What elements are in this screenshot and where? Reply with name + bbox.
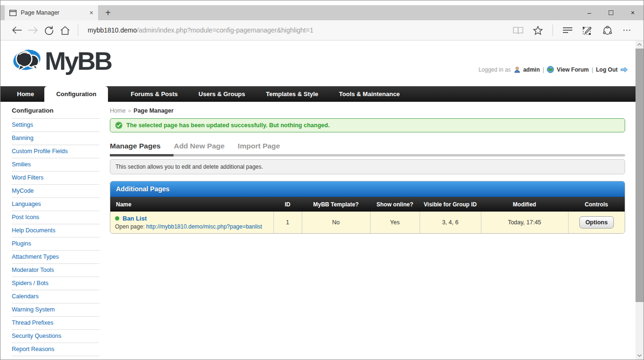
mybb-admin-site: MyBB Logged in as admin | View Forum | L… [0,41,636,360]
refresh-icon[interactable] [41,25,57,35]
table-title: Additional Pages [110,181,625,197]
address-bar[interactable]: mybb1810.demo/admin/index.php?module=con… [83,26,508,34]
breadcrumb-home-link[interactable]: Home [110,107,125,114]
sidebar-item-settings: Settings [12,119,99,132]
page-scrollbar[interactable] [636,41,644,360]
more-actions-icon[interactable]: ⋯ [617,25,637,35]
tab-close-icon[interactable]: × [90,9,93,16]
scrollbar-down-icon[interactable] [636,352,644,360]
share-icon[interactable] [597,26,617,35]
nav-tab-home[interactable]: Home [7,86,44,102]
log-out-arrow-icon [620,67,628,73]
account-bar: Logged in as admin | View Forum | Log Ou… [479,66,628,73]
column-header-visible-group: Visible for Group ID [420,197,481,212]
table-row: Ban List Open page: http://mybb1810.demo… [110,212,625,233]
nav-tab-users-groups[interactable]: Users & Groups [188,86,256,102]
breadcrumb: Home»Page Manager [110,107,625,114]
table-header-row: Name ID MyBB Template? Show online? Visi… [110,197,625,212]
toolbar-right-icons: ⋯ [508,25,637,36]
sidebar-item-plugins: Plugins [12,237,99,251]
sidebar-item-mycode: MyCode [12,185,99,198]
page-favicon-icon [9,10,17,16]
forward-icon [25,26,41,34]
site-header: MyBB Logged in as admin | View Forum | L… [0,41,636,86]
additional-pages-table: Additional Pages Name ID MyBB Template? [110,181,625,234]
tab-title: Page Manager [21,9,85,16]
nav-tab-templates-style[interactable]: Templates & Style [256,86,329,102]
open-page-label: Open page: [115,223,145,230]
minimize-button[interactable]: – [578,5,600,20]
sidebar-item-attachment-types: Attachment Types [12,251,99,264]
logo-text: MyBB [45,47,111,74]
account-separator: | [543,66,544,73]
favorites-star-icon[interactable] [528,26,548,35]
toolbar-divider [78,25,78,36]
home-icon[interactable] [57,26,73,35]
cell-mybb-template: No [302,212,370,233]
scrollbar-thumb[interactable] [636,49,644,302]
section-description: This section allows you to edit and dele… [110,159,625,174]
maximize-button[interactable]: ☐ [600,5,622,20]
tab-import-page[interactable]: Import Page [238,142,280,150]
module-tabs: Manage Pages Add New Page Import Page [110,142,625,150]
browser-window: Page Manager × + – ☐ × mybb1810.demo/adm… [0,0,644,360]
tab-underline-track [110,154,625,156]
sidebar-item-warning-system: Warning System [12,303,99,317]
sidebar-item-languages: Languages [12,198,99,211]
sidebar-item-moderator-tools: Moderator Tools [12,264,99,277]
sidebar-item-post-icons: Post Icons [12,211,99,224]
cell-modified: Today, 17:45 [481,212,568,233]
cell-name: Ban List Open page: http://mybb1810.demo… [110,212,273,233]
account-separator: | [592,66,593,73]
column-header-name: Name [110,197,273,212]
column-header-mybb-template: MyBB Template? [302,197,370,212]
sidebar: Configuration Settings Banning Custom Pr… [12,102,99,360]
scrollbar-up-icon[interactable] [636,41,644,49]
cell-id: 1 [273,212,302,233]
web-note-icon[interactable] [578,25,597,35]
globe-icon [547,66,554,73]
page-name-link[interactable]: Ban List [123,215,147,222]
sidebar-item-banning: Banning [12,132,99,145]
sidebar-item-help-documents: Help Documents [12,224,99,237]
admin-username-link[interactable]: admin [523,66,540,73]
new-tab-button[interactable]: + [98,5,118,20]
sidebar-item-thread-prefixes: Thread Prefixes [12,317,99,330]
options-button[interactable]: Options [579,216,614,229]
browser-tab[interactable]: Page Manager × [5,5,98,20]
cell-visible-groups: 3, 4, 6 [420,212,481,233]
sidebar-item-security-questions: Security Questions [12,330,99,343]
success-check-icon [115,122,123,129]
column-header-show-online: Show online? [370,197,420,212]
breadcrumb-current: Page Manager [133,107,173,114]
column-header-modified: Modified [481,197,568,212]
nav-tab-forums-posts[interactable]: Forums & Posts [120,86,188,102]
sidebar-item-smilies: Smilies [12,158,99,172]
sidebar-item-custom-profile-fields: Custom Profile Fields [12,145,99,158]
tab-add-new-page[interactable]: Add New Page [174,142,225,150]
browser-tabstrip: Page Manager × + – ☐ × [0,5,644,20]
column-header-controls: Controls [568,197,625,212]
page-viewport: MyBB Logged in as admin | View Forum | L… [0,41,644,360]
tab-underline-active [110,154,173,156]
logged-in-as-label: Logged in as [479,66,511,73]
tabstrip-spacer [118,5,578,20]
view-forum-link[interactable]: View Forum [557,66,589,73]
success-message-text: The selected page has been updated succe… [126,122,330,129]
column-header-id: ID [273,197,302,212]
toolbar-divider [553,25,553,36]
log-out-link[interactable]: Log Out [596,66,618,73]
close-button[interactable]: × [622,5,644,20]
breadcrumb-separator: » [128,107,131,114]
sidebar-item-page-manager[interactable]: Page Manager [12,356,99,360]
mybb-logo-icon [12,47,43,74]
hub-icon[interactable] [558,27,578,33]
back-icon[interactable] [9,26,25,34]
tab-manage-pages[interactable]: Manage Pages [110,142,161,150]
nav-tab-tools-maintenance[interactable]: Tools & Maintenance [329,86,410,102]
window-controls: – ☐ × [578,5,644,20]
window-top-strip [0,0,644,5]
open-page-url-link[interactable]: http://mybb1810.demo/misc.php?page=banli… [146,223,262,230]
nav-tab-configuration[interactable]: Configuration [44,86,108,102]
url-domain: mybb1810.demo [88,26,137,34]
